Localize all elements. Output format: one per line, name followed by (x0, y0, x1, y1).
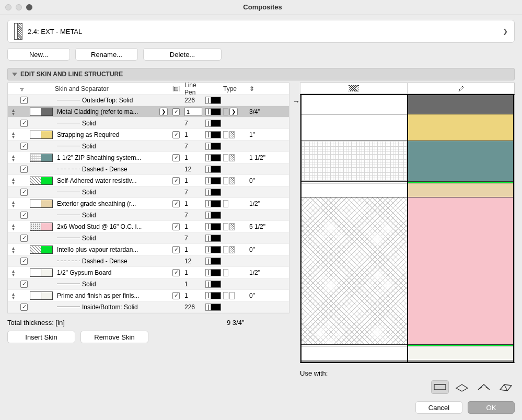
thickness-value[interactable]: 0" (246, 177, 289, 184)
edit-skin-section-header[interactable]: EDIT SKIN AND LINE STRUCTURE (7, 68, 515, 80)
pen-preview-icon[interactable] (205, 97, 221, 104)
visibility-checkbox[interactable] (20, 97, 28, 104)
skin-row[interactable]: ▴▾Self-Adhered water resistiv...10" (8, 175, 289, 186)
insert-skin-button[interactable]: Insert Skin (7, 331, 75, 343)
col-line-pen[interactable]: Line Pen (182, 81, 203, 96)
contour-checkbox[interactable] (172, 223, 180, 230)
skin-row[interactable]: ▴▾Metal Cladding (refer to ma...❯1❯3/4" (8, 106, 289, 118)
pen-preview-icon[interactable] (205, 292, 221, 299)
row-name[interactable]: Self-Adhered water resistiv... (55, 177, 170, 184)
pen-preview-icon[interactable] (205, 200, 221, 207)
pen-preview-icon[interactable] (205, 269, 221, 276)
surface-swatch[interactable] (41, 291, 53, 300)
skin-row[interactable]: ▴▾2x6 Wood Stud @ 16" O.C. i...15 1/2" (8, 221, 289, 232)
skin-type-icon[interactable] (229, 154, 235, 161)
col-thickness[interactable]: ⇕ (246, 85, 289, 92)
cut-fill-swatch[interactable] (30, 223, 41, 231)
contour-checkbox[interactable] (172, 154, 180, 161)
skin-type-icon[interactable] (223, 292, 228, 299)
close-window-icon[interactable] (5, 4, 11, 10)
skin-type-icon[interactable] (223, 246, 228, 253)
skin-type-icon[interactable] (229, 246, 235, 253)
pen-preview-icon[interactable] (205, 189, 221, 196)
row-name[interactable]: Metal Cladding (refer to ma...❯ (55, 108, 170, 116)
visibility-checkbox[interactable] (20, 258, 28, 265)
pen-number[interactable]: 1 (182, 246, 203, 253)
separator-row[interactable]: Dashed - Dense12 (8, 164, 289, 175)
pen-number[interactable]: 7 (182, 189, 203, 196)
thickness-value[interactable]: 1/2" (246, 200, 289, 207)
pen-number[interactable]: 7 (182, 212, 203, 219)
col-skin-separator[interactable]: Skin and Separator (55, 85, 170, 92)
skin-type-icon[interactable] (223, 269, 228, 276)
ok-button[interactable]: OK (468, 401, 515, 414)
surface-swatch[interactable] (41, 131, 53, 139)
pen-number[interactable]: 1 (182, 200, 203, 207)
skin-type-icon[interactable] (223, 131, 228, 138)
cut-fill-swatch[interactable] (30, 154, 41, 162)
contour-checkbox[interactable] (172, 200, 180, 207)
skin-type-icon[interactable] (223, 177, 228, 184)
pen-preview-icon[interactable] (205, 246, 221, 253)
drag-handle-icon[interactable]: ▴▾ (12, 269, 15, 276)
thickness-value[interactable]: 1" (246, 131, 289, 138)
pen-preview-icon[interactable] (205, 154, 221, 161)
visibility-checkbox[interactable] (20, 281, 28, 288)
separator-row[interactable]: Dashed - Dense12 (8, 255, 289, 267)
pen-preview-icon[interactable] (205, 131, 221, 138)
fill-popout-icon[interactable]: ❯ (159, 108, 168, 116)
contour-checkbox[interactable] (172, 131, 180, 138)
surface-swatch[interactable] (41, 200, 53, 208)
cut-fill-swatch[interactable] (30, 131, 41, 139)
row-name[interactable]: Solid (55, 120, 170, 127)
skin-row[interactable]: ▴▾Exterior grade sheathing (r...11/2" (8, 198, 289, 209)
skin-type-icon[interactable] (223, 223, 228, 230)
visibility-checkbox[interactable] (20, 143, 28, 150)
skin-type-icon[interactable] (229, 223, 235, 230)
drag-handle-icon[interactable]: ▴▾ (12, 246, 15, 253)
drag-handle-icon[interactable]: ▴▾ (12, 292, 15, 299)
pen-number[interactable]: 7 (182, 235, 203, 242)
skin-type-icon[interactable] (229, 292, 235, 299)
remove-skin-button[interactable]: Remove Skin (80, 331, 148, 343)
separator-row[interactable]: Inside/Bottom: Solid226 (8, 301, 289, 313)
pen-preview-icon[interactable] (205, 108, 221, 115)
cut-fill-swatch[interactable] (30, 200, 41, 208)
drag-handle-icon[interactable]: ▴▾ (12, 154, 15, 161)
pen-preview-icon[interactable] (205, 304, 221, 311)
visibility-checkbox[interactable] (20, 235, 28, 242)
surface-swatch[interactable] (41, 177, 53, 185)
pen-number[interactable]: 7 (182, 120, 203, 127)
pen-preview-icon[interactable] (205, 177, 221, 184)
row-name[interactable]: Solid (55, 235, 170, 242)
visibility-checkbox[interactable] (20, 304, 28, 311)
skin-row[interactable]: ▴▾1 1/2" ZIP Sheathing system...11 1/2" (8, 152, 289, 164)
row-name[interactable]: Solid (55, 143, 170, 150)
skin-type-icon[interactable] (223, 154, 228, 161)
pen-preview-icon[interactable] (205, 235, 221, 242)
pen-number[interactable]: 1 (182, 154, 203, 161)
pen-number[interactable]: 1 (182, 281, 203, 288)
row-name[interactable]: Solid (55, 212, 170, 219)
row-name[interactable]: Solid (55, 281, 170, 288)
separator-row[interactable]: Solid7 (8, 141, 289, 152)
pen-preview-icon[interactable] (205, 143, 221, 150)
type-popout-icon[interactable]: ❯ (229, 108, 238, 116)
drag-handle-icon[interactable]: ▴▾ (12, 108, 15, 115)
surface-swatch[interactable] (41, 154, 53, 162)
pen-preview-icon[interactable] (205, 281, 221, 288)
pen-preview-icon[interactable] (205, 166, 221, 173)
skin-row[interactable]: ▴▾Strapping as Required11" (8, 129, 289, 141)
skin-type-icon[interactable] (223, 108, 228, 115)
pen-preview-icon[interactable] (205, 120, 221, 127)
preview-surface-tab[interactable] (408, 83, 515, 94)
contour-checkbox[interactable] (172, 246, 180, 253)
zoom-window-icon[interactable] (26, 4, 32, 10)
skin-type-icon[interactable] (229, 177, 235, 184)
pen-number[interactable]: 226 (182, 304, 203, 311)
thickness-value[interactable]: 1 1/2" (246, 154, 289, 161)
pen-number[interactable]: 1 (182, 269, 203, 276)
preview-hatch-tab[interactable] (300, 83, 408, 94)
separator-row[interactable]: Solid7 (8, 209, 289, 221)
slab-tool-icon[interactable] (453, 380, 471, 394)
